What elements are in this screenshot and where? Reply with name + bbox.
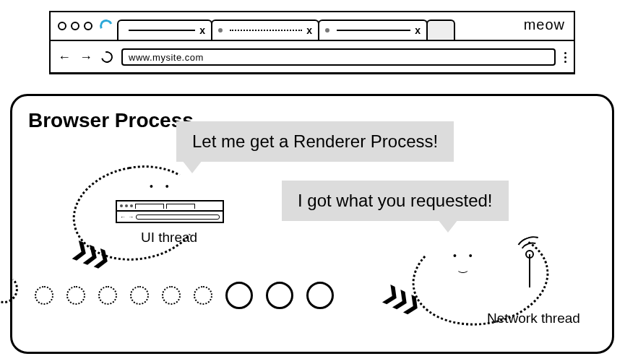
speech-text: I got what you requested! (298, 191, 493, 210)
network-thread-label: Network thread (487, 311, 580, 326)
mini-browser-icon: ←→ (116, 200, 224, 223)
window-controls[interactable] (58, 22, 92, 30)
network-thread-face-icon: • •‿ (453, 250, 475, 273)
reload-icon[interactable] (99, 49, 115, 65)
dotted-circle-icon (66, 286, 85, 305)
new-tab-button[interactable] (426, 20, 455, 40)
tab-close-icon[interactable]: x (415, 25, 421, 36)
browser-brand: meow (524, 17, 565, 33)
tab-close-icon[interactable]: x (199, 25, 205, 36)
solid-circle-icon (266, 282, 293, 309)
browser-tab[interactable]: x (211, 20, 319, 40)
tab-close-icon[interactable]: x (306, 25, 312, 36)
ui-thread-speech-bubble: Let me get a Renderer Process! (176, 121, 454, 162)
address-text: www.mysite.com (129, 52, 204, 63)
progress-circles (35, 282, 334, 309)
solid-circle-icon (306, 282, 334, 309)
ui-thread-label: UI thread (141, 230, 197, 246)
tab-bar: x x x meow (51, 12, 574, 41)
browser-window: x x x meow ← → www.mysite.com (49, 11, 575, 74)
window-control-dot[interactable] (71, 22, 79, 30)
dotted-circle-icon (130, 286, 149, 305)
dotted-circle-icon (98, 286, 117, 305)
menu-icon[interactable] (564, 52, 566, 63)
browser-tab[interactable]: x (117, 20, 212, 40)
browser-tab[interactable]: x (318, 20, 428, 40)
back-icon[interactable]: ← (58, 50, 71, 65)
dotted-circle-icon (162, 286, 181, 305)
speech-text: Let me get a Renderer Process! (192, 131, 438, 151)
window-control-dot[interactable] (58, 22, 66, 30)
dotted-circle-icon (35, 286, 53, 305)
solid-circle-icon (225, 282, 253, 309)
toolbar: ← → www.mysite.com (51, 41, 574, 73)
dotted-circle-icon (194, 286, 212, 305)
address-bar[interactable]: www.mysite.com (121, 48, 556, 66)
forward-icon[interactable]: → (79, 50, 92, 65)
loading-spinner-icon (98, 17, 114, 34)
network-thread-speech-bubble: I got what you requested! (282, 181, 509, 221)
antenna-icon (522, 238, 551, 289)
window-control-dot[interactable] (84, 22, 92, 30)
